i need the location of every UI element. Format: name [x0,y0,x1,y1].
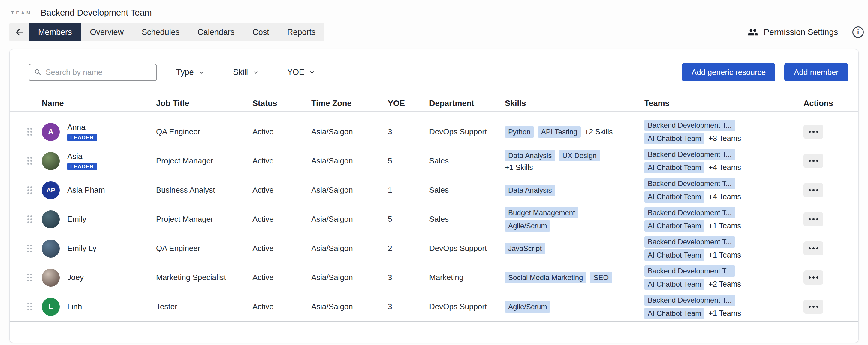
brand-logo: TEAM [11,10,32,15]
row-actions-button[interactable] [803,212,823,226]
add-generic-resource-button[interactable]: Add generic resource [682,63,775,81]
actions-cell [803,183,848,197]
department-cell: Sales [429,214,505,224]
team-chip: Backend Development T... [644,207,735,219]
tab-reports[interactable]: Reports [278,23,325,41]
add-member-button[interactable]: Add member [784,63,848,81]
member-cell: Joey [42,269,156,287]
team-line: Backend Development T... [644,265,735,277]
team-line: Backend Development T... [644,178,735,189]
column-header-skills: Skills [505,99,644,108]
row-actions-button[interactable] [803,183,823,197]
back-button[interactable] [9,23,29,41]
time-zone-cell: Asia/Saigon [311,302,388,311]
member-cell: AsiaLEADER [42,152,156,170]
drag-handle[interactable] [27,245,32,252]
avatar [42,152,60,170]
tab-overview[interactable]: Overview [81,23,133,41]
toolbar: TypeSkillYOE Add generic resource Add me… [10,49,858,81]
table-row: AsiaLEADERProject ManagerActiveAsia/Saig… [10,146,858,175]
table-row: LLinhTesterActiveAsia/Saigon3DevOps Supp… [10,292,858,321]
skill-chip: Data Analysis [505,184,555,196]
time-zone-cell: Asia/Saigon [311,127,388,137]
name-block: AsiaLEADER [67,152,97,170]
row-actions-button[interactable] [803,241,823,255]
team-chip: Backend Development T... [644,149,735,160]
drag-handle[interactable] [27,274,32,281]
member-name: Emily [67,214,87,224]
skill-chip: Agile/Scrum [505,220,550,232]
drag-handle[interactable] [27,157,32,165]
member-name: Asia [67,152,97,161]
tab-schedules[interactable]: Schedules [133,23,188,41]
teams-cell: Backend Development T...AI Chatbot Team+… [644,265,803,290]
more-skills[interactable]: +2 Skills [585,127,613,136]
more-teams[interactable]: +4 Teams [708,192,741,201]
table-header: NameJob TitleStatusTime ZoneYOEDepartmen… [10,95,858,112]
time-zone-cell: Asia/Saigon [311,244,388,253]
search-box [29,64,157,81]
row-actions-button[interactable] [803,125,823,139]
team-chip: Backend Development T... [644,120,735,131]
more-teams[interactable]: +4 Teams [708,163,741,172]
filter-type[interactable]: Type [176,68,205,77]
avatar: L [42,298,60,316]
skill-line: JavaScript [505,243,545,254]
people-icon [747,27,758,38]
team-line: AI Chatbot Team+2 Teams [644,279,741,290]
tab-cost[interactable]: Cost [243,23,278,41]
row-actions-button[interactable] [803,154,823,168]
filter-skill[interactable]: Skill [233,68,259,77]
handle-cell [27,128,42,136]
teams-cell: Backend Development T...AI Chatbot Team+… [644,236,803,261]
team-line: Backend Development T... [644,207,735,219]
search-input[interactable] [45,68,152,77]
yoe-cell: 3 [388,302,429,311]
skill-line: Data Analysis [505,184,555,196]
member-name: Linh [67,302,82,311]
more-teams[interactable]: +2 Teams [708,280,741,288]
column-header-name: Name [42,99,156,108]
team-chip: Backend Development T... [644,236,735,248]
skill-chip: UX Design [559,150,600,162]
drag-handle[interactable] [27,128,32,136]
skill-chip: SEO [590,272,612,283]
department-cell: DevOps Support [429,302,505,311]
teams-cell: Backend Development T...AI Chatbot Team+… [644,207,803,232]
more-teams[interactable]: +1 Teams [708,309,741,318]
name-block: AnnaLEADER [67,123,97,141]
toolbar-buttons: Add generic resource Add member [682,63,848,81]
actions-cell [803,212,848,226]
team-line: Backend Development T... [644,149,735,160]
team-line: AI Chatbot Team+1 Teams [644,220,741,232]
permission-settings-button[interactable]: Permission Settings [747,27,838,38]
members-panel: TypeSkillYOE Add generic resource Add me… [9,49,859,343]
avatar [42,269,60,287]
team-line: AI Chatbot Team+4 Teams [644,162,741,173]
department-cell: Sales [429,185,505,195]
teams-cell: Backend Development T...AI Chatbot Team+… [644,178,803,203]
filter-yoe[interactable]: YOE [287,68,315,77]
status-cell: Active [252,244,311,253]
team-chip: Backend Development T... [644,294,735,306]
yoe-cell: 5 [388,156,429,166]
more-teams[interactable]: +1 Teams [708,222,741,230]
member-cell: Emily Ly [42,239,156,258]
drag-handle[interactable] [27,215,32,223]
row-actions-button[interactable] [803,299,823,314]
skills-cell: Agile/Scrum [505,301,644,313]
handle-cell [27,274,42,281]
drag-handle[interactable] [27,186,32,194]
skill-line: PythonAPI Testing+2 Skills [505,126,613,138]
skills-cell: Budget ManagementAgile/Scrum [505,207,644,232]
more-teams[interactable]: +3 Teams [708,134,741,143]
row-actions-button[interactable] [803,270,823,285]
more-teams[interactable]: +1 Teams [708,251,741,259]
member-cell: LLinh [42,298,156,316]
team-chip: AI Chatbot Team [644,250,705,261]
more-skills[interactable]: +1 Skills [505,163,533,172]
tab-members[interactable]: Members [29,23,81,41]
drag-handle[interactable] [27,303,32,311]
tab-calendars[interactable]: Calendars [188,23,243,41]
info-icon[interactable]: i [852,26,864,38]
